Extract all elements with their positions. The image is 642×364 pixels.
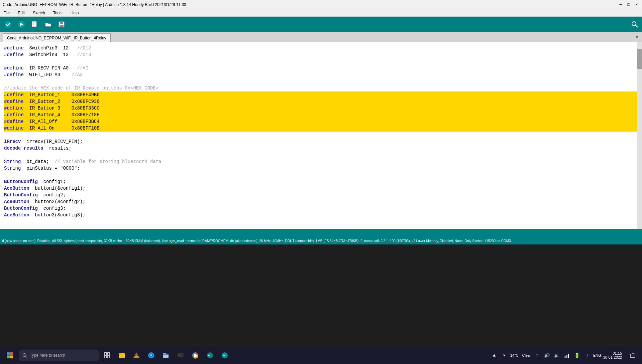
code-line: String pinStatus = "0000"; bbox=[4, 165, 638, 172]
code-line-highlighted: #define IR_All_On 0x80BFF10E bbox=[4, 125, 638, 132]
code-line: AceButton button2(&config2); bbox=[4, 198, 638, 205]
minimize-button[interactable]: ─ bbox=[618, 2, 623, 7]
code-line: #define WIFI_LED A3 //A3 bbox=[4, 71, 638, 78]
svg-rect-33 bbox=[163, 354, 169, 355]
bottom-teal-bar bbox=[0, 229, 642, 237]
code-line: #define SwitchPin3 12 //D12 bbox=[4, 45, 638, 51]
code-line bbox=[4, 132, 638, 138]
save-button[interactable] bbox=[56, 18, 68, 30]
svg-point-38 bbox=[194, 354, 196, 356]
svg-line-11 bbox=[636, 25, 638, 27]
maximize-button[interactable]: □ bbox=[626, 2, 631, 7]
menu-help[interactable]: Help bbox=[69, 10, 81, 16]
search-placeholder: Type here to search bbox=[30, 353, 65, 358]
svg-rect-24 bbox=[119, 353, 121, 355]
search-toolbar-button[interactable] bbox=[629, 19, 640, 30]
code-line bbox=[4, 172, 638, 178]
svg-rect-21 bbox=[107, 356, 110, 358]
svg-text:∞: ∞ bbox=[223, 354, 225, 357]
code-line bbox=[4, 58, 638, 65]
menu-sketch[interactable]: Sketch bbox=[31, 10, 47, 16]
svg-rect-6 bbox=[33, 24, 34, 25]
volume-icon[interactable]: 🔊 bbox=[543, 351, 551, 359]
chrome-icon[interactable] bbox=[189, 348, 202, 363]
scrollbar[interactable] bbox=[637, 42, 642, 229]
close-button[interactable]: ✕ bbox=[634, 2, 639, 7]
upload-button[interactable] bbox=[15, 18, 27, 30]
weather-icon[interactable]: ☀ bbox=[500, 351, 508, 359]
language-indicator[interactable]: ENG bbox=[593, 353, 601, 357]
battery-icon[interactable]: 🔋 bbox=[573, 351, 581, 359]
open-button[interactable] bbox=[42, 18, 54, 30]
clock[interactable]: 01:15 30-01-2022 bbox=[603, 351, 622, 359]
tray-show-hidden[interactable]: ▲ bbox=[490, 351, 498, 359]
file-explorer-icon[interactable] bbox=[115, 348, 128, 363]
svg-rect-44 bbox=[566, 355, 567, 358]
taskbar: Type here to search bbox=[0, 347, 642, 364]
terminal-icon[interactable]: >_ bbox=[174, 348, 187, 363]
code-line-highlighted: #define IR_Button_3 0x80BF33CC bbox=[4, 105, 638, 112]
svg-rect-8 bbox=[60, 22, 63, 24]
network-icon[interactable] bbox=[563, 351, 571, 359]
weather-text: 14°C Clear bbox=[510, 353, 531, 357]
menu-file[interactable]: File bbox=[1, 10, 12, 16]
code-line-highlighted: #define IR_All_Off 0x80BF3BC4 bbox=[4, 118, 638, 125]
svg-rect-45 bbox=[568, 354, 569, 358]
system-tray: ▲ ☀ 14°C Clear ↑ 🔊 🔈 🔋 ⚡ ENG 01:15 bbox=[490, 348, 639, 363]
code-line: String bt_data; // variable for storing … bbox=[4, 158, 638, 165]
code-line: AceButton button3(&config3); bbox=[4, 212, 638, 218]
menu-edit[interactable]: Edit bbox=[16, 10, 27, 16]
svg-rect-14 bbox=[7, 356, 10, 359]
menu-tools[interactable]: Tools bbox=[51, 10, 65, 16]
vlc-icon[interactable] bbox=[130, 348, 143, 363]
notification-center[interactable] bbox=[626, 348, 639, 363]
files-icon[interactable] bbox=[159, 348, 173, 363]
code-line: #define SwitchPin4 13 //D13 bbox=[4, 51, 638, 58]
verify-button[interactable] bbox=[2, 18, 14, 30]
svg-rect-4 bbox=[33, 22, 35, 23]
code-line: #define IR_RECV_PIN A0 //A0 bbox=[4, 65, 638, 71]
window-controls: ─ □ ✕ bbox=[618, 2, 639, 7]
browser-icon[interactable] bbox=[144, 348, 158, 363]
svg-rect-46 bbox=[630, 354, 635, 357]
svg-text:∞: ∞ bbox=[208, 354, 210, 357]
code-line: //Update the HEX code of IR Remote butto… bbox=[4, 85, 638, 92]
svg-rect-12 bbox=[7, 352, 10, 355]
bluetooth-icon[interactable]: ⚡ bbox=[583, 351, 591, 359]
tab-bar: Code_ArduinoUNO_EEPROM_WiFi_IR_Button_4R… bbox=[0, 32, 642, 42]
svg-rect-9 bbox=[60, 25, 64, 27]
code-line: ButtonConfig config3; bbox=[4, 205, 638, 212]
svg-rect-13 bbox=[10, 352, 13, 355]
title-bar: Code_ArduinoUNO_EEPROM_WiFi_IR_Button_4R… bbox=[0, 0, 642, 9]
code-tab[interactable]: Code_ArduinoUNO_EEPROM_WiFi_IR_Button_4R… bbox=[3, 33, 111, 42]
speakers-icon[interactable]: 🔈 bbox=[553, 351, 561, 359]
code-line: decode_results results; bbox=[4, 145, 638, 152]
svg-rect-43 bbox=[564, 356, 566, 358]
start-button[interactable] bbox=[3, 348, 17, 363]
toolbar-right bbox=[629, 19, 640, 30]
svg-line-17 bbox=[26, 356, 27, 358]
code-area[interactable]: #define SwitchPin3 12 //D12 #define Swit… bbox=[0, 42, 642, 229]
code-line bbox=[4, 152, 638, 158]
svg-point-0 bbox=[4, 21, 12, 28]
menu-bar: File Edit Sketch Tools Help bbox=[0, 9, 642, 17]
code-line: ButtonConfig config2; bbox=[4, 192, 638, 198]
toolbar bbox=[0, 17, 642, 32]
taskbar-search[interactable]: Type here to search bbox=[19, 350, 99, 361]
svg-rect-20 bbox=[104, 356, 107, 358]
svg-rect-15 bbox=[10, 356, 13, 359]
status-text: d (new aborts on oom), Disabled, All SSL… bbox=[2, 239, 511, 243]
network-up-icon[interactable]: ↑ bbox=[533, 351, 541, 359]
code-line-highlighted: #define IR_Button_1 0x80BF49B6 bbox=[4, 92, 638, 98]
status-bar: d (new aborts on oom), Disabled, All SSL… bbox=[0, 237, 642, 244]
scrollbar-thumb[interactable] bbox=[637, 49, 642, 69]
svg-rect-18 bbox=[104, 353, 107, 355]
new-button[interactable] bbox=[29, 18, 41, 30]
svg-text:>_: >_ bbox=[178, 354, 182, 357]
code-line: AceButton button1(&config1); bbox=[4, 185, 638, 192]
arduino-icon-1[interactable]: ∞ bbox=[203, 348, 217, 363]
code-line-highlighted: #define IR_Button_2 0x80BFC936 bbox=[4, 98, 638, 105]
task-view-button[interactable] bbox=[100, 348, 114, 363]
arduino-icon-2[interactable]: ∞ bbox=[218, 348, 231, 363]
tab-dropdown-button[interactable]: ▼ bbox=[632, 32, 642, 42]
